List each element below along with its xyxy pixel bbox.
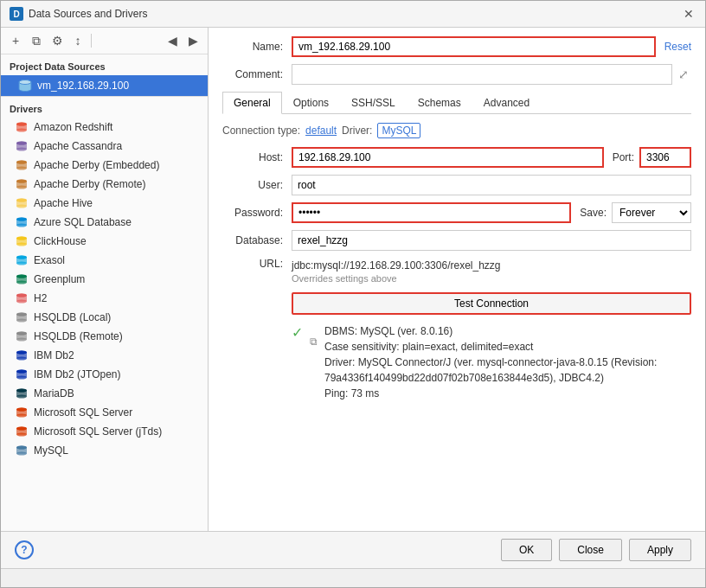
driver-name: ClickHouse bbox=[34, 235, 87, 247]
driver-icon bbox=[15, 139, 29, 153]
svg-point-37 bbox=[16, 275, 27, 278]
driver-item[interactable]: MySQL bbox=[1, 441, 208, 460]
driver-item[interactable]: IBM Db2 bbox=[1, 346, 208, 365]
connection-type-link[interactable]: default bbox=[305, 125, 337, 137]
success-icon: ✓ bbox=[292, 324, 303, 341]
svg-point-40 bbox=[16, 300, 27, 304]
driver-icon bbox=[15, 387, 29, 400]
svg-point-29 bbox=[16, 237, 27, 240]
driver-name: MariaDB bbox=[34, 387, 74, 399]
app-icon: D bbox=[10, 7, 23, 21]
tab-schemas[interactable]: Schemas bbox=[407, 92, 472, 113]
settings-button[interactable]: ⚙ bbox=[48, 31, 67, 50]
expand-comment-button[interactable]: ⤢ bbox=[676, 67, 691, 82]
toolbar-separator bbox=[91, 34, 92, 48]
driver-item[interactable]: IBM Db2 (JTOpen) bbox=[1, 365, 208, 384]
tab-advanced[interactable]: Advanced bbox=[472, 92, 541, 113]
svg-point-4 bbox=[16, 129, 27, 132]
driver-icon bbox=[15, 234, 29, 248]
database-input[interactable] bbox=[292, 230, 691, 251]
driver-name: Apache Hive bbox=[34, 197, 93, 209]
help-button[interactable]: ? bbox=[15, 540, 34, 559]
port-input[interactable] bbox=[639, 147, 691, 168]
user-input[interactable] bbox=[292, 175, 691, 195]
connection-type-row: Connection type: default Driver: MySQL bbox=[222, 123, 691, 138]
port-label: Port: bbox=[613, 151, 639, 163]
tab-general[interactable]: General bbox=[222, 92, 282, 114]
driver-name: Amazon Redshift bbox=[34, 121, 112, 133]
tab-options[interactable]: Options bbox=[282, 92, 340, 113]
copy-icon[interactable]: ⧉ bbox=[310, 336, 318, 348]
svg-point-33 bbox=[16, 256, 27, 259]
tab-ssh-ssl[interactable]: SSH/SSL bbox=[340, 92, 407, 113]
svg-point-48 bbox=[16, 338, 27, 342]
driver-item[interactable]: Azure SQL Database bbox=[1, 213, 208, 232]
connection-type-label: Connection type: bbox=[222, 125, 300, 137]
driver-item[interactable]: Exasol bbox=[1, 251, 208, 270]
driver-item[interactable]: Microsoft SQL Server (jTds) bbox=[1, 422, 208, 441]
driver-name: IBM Db2 bbox=[34, 349, 74, 361]
password-row: Password: Save: Forever Until restart Ne… bbox=[222, 202, 691, 223]
svg-point-45 bbox=[16, 313, 27, 316]
driver-name: MySQL bbox=[34, 444, 68, 457]
driver-name: Apache Derby (Embedded) bbox=[34, 159, 159, 171]
driver-item[interactable]: Apache Cassandra bbox=[1, 137, 208, 156]
status-bar bbox=[1, 568, 705, 587]
forward-button[interactable]: ▶ bbox=[183, 31, 202, 50]
host-input[interactable] bbox=[292, 147, 604, 168]
reset-link[interactable]: Reset bbox=[664, 41, 691, 53]
apply-button[interactable]: Apply bbox=[629, 539, 691, 561]
driver-item[interactable]: Microsoft SQL Server bbox=[1, 403, 208, 422]
back-button[interactable]: ◀ bbox=[163, 31, 182, 50]
driver-item[interactable]: Apache Hive bbox=[1, 194, 208, 213]
driver-item[interactable]: HSQLDB (Remote) bbox=[1, 327, 208, 346]
driver-item[interactable]: Apache Derby (Embedded) bbox=[1, 156, 208, 175]
svg-point-13 bbox=[16, 161, 27, 164]
save-label: Save: bbox=[580, 207, 612, 219]
driver-item[interactable]: ClickHouse bbox=[1, 232, 208, 251]
driver-item[interactable]: H2 bbox=[1, 289, 208, 308]
main-content: + ⧉ ⚙ ↕ ◀ ▶ Project Data Sources vm_192.… bbox=[1, 28, 705, 531]
datasource-item-selected[interactable]: vm_192.168.29.100 bbox=[1, 75, 208, 96]
test-line3: Driver: MySQL Connector/J (ver. mysql-co… bbox=[324, 355, 691, 386]
svg-point-21 bbox=[16, 199, 27, 202]
driver-item[interactable]: Greenplum bbox=[1, 270, 208, 289]
driver-name: Exasol bbox=[34, 254, 65, 266]
name-label: Name: bbox=[222, 41, 292, 53]
test-connection-button[interactable]: Test Connection bbox=[292, 292, 691, 315]
driver-icon bbox=[15, 406, 29, 419]
footer-left: ? bbox=[15, 540, 34, 559]
ok-button[interactable]: OK bbox=[501, 539, 552, 561]
user-row: User: bbox=[222, 175, 691, 195]
svg-point-64 bbox=[16, 414, 27, 418]
driver-link[interactable]: MySQL bbox=[377, 123, 420, 138]
comment-input[interactable] bbox=[292, 64, 672, 85]
password-input[interactable] bbox=[292, 202, 571, 223]
driver-icon bbox=[15, 291, 29, 305]
driver-item[interactable]: HSQLDB (Local) bbox=[1, 308, 208, 327]
driver-icon bbox=[15, 177, 29, 191]
driver-icon bbox=[15, 348, 29, 362]
driver-item[interactable]: Amazon Redshift bbox=[1, 118, 208, 137]
svg-point-69 bbox=[16, 427, 27, 431]
titlebar: D Data Sources and Drivers ✕ bbox=[1, 1, 705, 28]
comment-row: Comment: ⤢ bbox=[222, 64, 691, 85]
svg-point-53 bbox=[16, 351, 27, 355]
right-panel: Name: Reset Comment: ⤢ General Options S… bbox=[209, 28, 705, 531]
svg-point-17 bbox=[16, 180, 27, 183]
svg-point-32 bbox=[16, 262, 27, 265]
move-button[interactable]: ↕ bbox=[68, 31, 87, 50]
save-select[interactable]: Forever Until restart Never bbox=[612, 202, 691, 223]
add-datasource-button[interactable]: + bbox=[6, 31, 25, 50]
name-input[interactable] bbox=[292, 36, 656, 57]
close-button[interactable]: Close bbox=[559, 539, 622, 561]
datasource-name: vm_192.168.29.100 bbox=[37, 80, 129, 92]
url-value: jdbc:mysql://192.168.29.100:3306/rexel_h… bbox=[292, 258, 691, 272]
driver-item[interactable]: MariaDB bbox=[1, 384, 208, 403]
duplicate-button[interactable]: ⧉ bbox=[27, 31, 46, 50]
comment-label: Comment: bbox=[222, 68, 292, 80]
driver-item[interactable]: Apache Derby (Remote) bbox=[1, 175, 208, 194]
tabs: General Options SSH/SSL Schemas Advanced bbox=[222, 92, 691, 114]
close-window-button[interactable]: ✕ bbox=[681, 6, 696, 22]
svg-point-16 bbox=[16, 186, 27, 189]
